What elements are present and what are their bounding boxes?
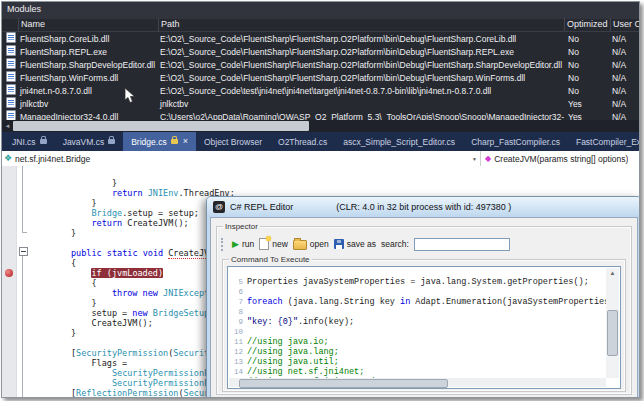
editor-navigation-bar: ❖ net.sf.jni4net.Bridge ▼ ◆ CreateJVM(pa… [2, 151, 639, 167]
fold-guide-tick [22, 232, 27, 233]
tab-charp-fastcompiler-cs[interactable]: Charp_FastCompiler.cs [463, 132, 568, 151]
module-row[interactable]: ManagedInjector32-4.0.dllC:\Users\o2\App… [2, 110, 639, 120]
module-path: E:\O2\_Source_Code\FluentSharp\FluentSha… [158, 34, 564, 44]
assembly-icon [6, 84, 16, 95]
assembly-icon-cell [2, 45, 18, 58]
module-optimized: Yes [564, 112, 610, 121]
breakpoint-margin[interactable] [2, 166, 17, 397]
new-button[interactable]: new [259, 238, 288, 250]
module-path: E:\O2\_Source_Code\FluentSharp\FluentSha… [158, 60, 564, 70]
tab-o2thread-cs[interactable]: O2Thread.cs [270, 132, 335, 151]
scroll-up-arrow-icon[interactable]: ▲ [606, 268, 619, 278]
run-label: run [242, 239, 254, 249]
breakpoint-marker[interactable] [5, 269, 13, 277]
tab-jni-cs[interactable]: JNI.cs [4, 132, 55, 151]
save-as-button[interactable]: save as [334, 239, 376, 249]
module-usercode: N/A [610, 73, 639, 83]
chevron-down-icon[interactable]: ▼ [472, 156, 477, 162]
fold-collapse-icon[interactable] [19, 247, 28, 256]
screenshot-frame: Modules Name Path Optimized User Code Fl… [0, 0, 644, 401]
repl-code-line: 5Properties javaSystemProperties = java.… [229, 277, 606, 287]
line-number: 13 [229, 357, 247, 367]
modules-rows: FluentSharp.CoreLib.dllE:\O2\_Source_Cod… [2, 32, 639, 120]
repl-line-content: Properties javaSystemProperties = java.l… [247, 277, 589, 287]
method-icon: ◆ [485, 155, 491, 163]
assembly-icon-cell [2, 110, 18, 120]
repl-titlebar[interactable]: @ C# REPL Editor (CLR: 4.0 in 32 bit pro… [207, 197, 640, 217]
inspector-groupbox: Inspector ▶ run new open [216, 226, 632, 395]
module-usercode: N/A [610, 34, 639, 44]
modules-panel-title: Modules [2, 2, 639, 19]
line-number: 8 [229, 307, 247, 317]
module-usercode: N/A [610, 86, 639, 96]
assembly-icon-cell [2, 58, 18, 71]
module-row[interactable]: FluentSharp.SharpDevelopEditor.dllE:\O2\… [2, 58, 639, 71]
repl-code-line: 11//using java.io; [229, 337, 606, 347]
repl-app-icon: @ [213, 201, 225, 213]
member-dropdown[interactable]: ◆ CreateJVM(params string[] options) [481, 154, 628, 164]
document-tabstrip: JNI.csJavaVM.csBridge.cs×Object BrowserO… [2, 132, 639, 151]
module-optimized: No [564, 47, 610, 57]
repl-code-lines[interactable]: 5Properties javaSystemProperties = java.… [229, 267, 606, 379]
repl-client-area: Inspector ▶ run new open [210, 217, 638, 398]
module-row[interactable]: FluentSharp.WinForms.dllE:\O2\_Source_Co… [2, 71, 639, 84]
scroll-left-arrow-icon[interactable]: ◄ [2, 120, 13, 132]
modules-header-row: Name Path Optimized User Code [2, 18, 639, 32]
repl-code-line: 6 [229, 287, 606, 297]
type-name: net.sf.jni4net.Bridge [15, 154, 90, 164]
repl-code-editor[interactable]: 5Properties javaSystemProperties = java.… [227, 266, 621, 389]
line-number: 9 [229, 317, 247, 327]
column-header-usercode[interactable]: User Code [610, 18, 639, 31]
scrollbar-thumb[interactable] [239, 379, 448, 388]
tab-javavm-cs[interactable]: JavaVM.cs [55, 132, 124, 151]
repl-code-line: 14//using net.sf.jni4net; [229, 367, 606, 377]
module-usercode: N/A [610, 99, 639, 109]
clr-process-info: (CLR: 4.0 in 32 bit process with id: 497… [336, 202, 511, 212]
assembly-icon [6, 45, 16, 56]
repl-line-content: //using net.sf.jni4net; [247, 367, 364, 377]
scrollbar-thumb[interactable] [13, 121, 309, 131]
scrollbar-thumb[interactable] [607, 310, 618, 356]
modules-horizontal-scrollbar[interactable]: ◄ [2, 120, 639, 132]
search-input[interactable] [414, 238, 510, 251]
repl-horizontal-scrollbar[interactable] [229, 378, 606, 387]
assembly-icon-cell [2, 84, 18, 97]
module-row[interactable]: jnlkctbvjnlkctbvYesN/A [2, 97, 639, 110]
toolbar-grip[interactable] [221, 238, 226, 251]
column-header-path[interactable]: Path [158, 18, 564, 31]
column-header-optimized[interactable]: Optimized [564, 18, 610, 31]
new-label: new [272, 239, 288, 249]
search-label: search: [381, 239, 409, 249]
open-folder-icon [293, 240, 307, 250]
lock-icon [108, 139, 115, 144]
module-row[interactable]: jni4net.n-0.8.7.0.dllE:\O2\_Source_Code\… [2, 84, 639, 97]
assembly-icon-cell [2, 32, 18, 45]
assembly-icon [6, 110, 16, 120]
repl-code-line: 9"key: {0}".info(key); [229, 317, 606, 327]
module-optimized: No [564, 73, 610, 83]
tab-ascx-simple-script-editor-cs[interactable]: ascx_Simple_Script_Editor.cs [335, 132, 463, 151]
repl-window-title: C# REPL Editor [230, 202, 293, 212]
repl-line-content: "key: {0}".info(key); [247, 317, 354, 327]
repl-line-content: //using java.io; [247, 337, 329, 347]
module-row[interactable]: FluentSharp.CoreLib.dllE:\O2\_Source_Cod… [2, 32, 639, 45]
open-button[interactable]: open [293, 238, 329, 250]
tab-object-browser[interactable]: Object Browser [196, 132, 270, 151]
module-row[interactable]: FluentSharp.REPL.exeE:\O2\_Source_Code\F… [2, 45, 639, 58]
tab-close-icon[interactable]: × [183, 137, 188, 146]
column-header-name[interactable]: Name [18, 18, 158, 31]
tab-label: FastCompiler_ExtensionMetho [576, 137, 639, 147]
module-usercode: N/A [610, 112, 639, 121]
module-path: E:\O2\_Source_Code\test\jni4net\jni4net\… [158, 86, 564, 96]
type-dropdown[interactable]: ❖ net.sf.jni4net.Bridge ▼ [2, 154, 480, 164]
module-name: jni4net.n-0.8.7.0.dll [18, 86, 158, 96]
module-path: jnlkctbv [158, 99, 564, 109]
tab-fastcompiler-extensionmetho[interactable]: FastCompiler_ExtensionMetho [568, 132, 639, 151]
repl-code-line: 8 [229, 307, 606, 317]
tab-label: ascx_Simple_Script_Editor.cs [343, 137, 455, 147]
run-button[interactable]: ▶ run [232, 239, 254, 249]
member-name: CreateJVM(params string[] options) [494, 154, 628, 164]
tab-label: Charp_FastCompiler.cs [471, 137, 560, 147]
tab-bridge-cs[interactable]: Bridge.cs× [123, 132, 196, 151]
repl-vertical-scrollbar[interactable]: ▲ [606, 268, 619, 378]
